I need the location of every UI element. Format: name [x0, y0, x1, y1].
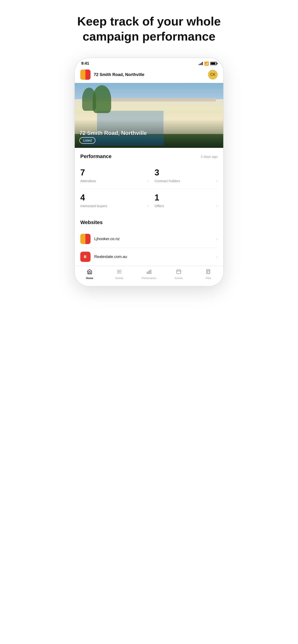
- svg-rect-9: [150, 270, 151, 274]
- website-lj[interactable]: Ljhooker.co.nz ›: [80, 230, 218, 248]
- phone-frame: 9:41 📶 72 Smith Road, Northville CK: [75, 58, 223, 286]
- svg-rect-10: [177, 270, 181, 274]
- stat-contracts-label: Contract holders: [155, 179, 180, 183]
- logo-left: [80, 70, 85, 80]
- website-lj-name: Ljhooker.co.nz: [94, 236, 216, 241]
- nav-events[interactable]: Events: [164, 269, 194, 280]
- hero-heading: Keep track of your whole campaign perfor…: [77, 14, 221, 44]
- lj-logo: [80, 234, 90, 244]
- battery-icon: [210, 62, 217, 65]
- nav-home-label: Home: [86, 277, 93, 280]
- home-icon: [87, 269, 92, 276]
- hero-title-line2: campaign performance: [83, 30, 215, 43]
- stat-buyers-row: Interested buyers ›: [80, 204, 149, 208]
- stat-contracts[interactable]: 3 Contract holders ›: [149, 164, 218, 189]
- events-svg: [176, 269, 182, 274]
- re-logo-icon: [82, 254, 89, 260]
- property-title: 72 Smith Road, Northville: [79, 130, 147, 136]
- status-time: 9:41: [81, 61, 89, 66]
- nav-performance-label: Performance: [142, 277, 157, 280]
- stat-attendees[interactable]: 7 Attendees ›: [80, 164, 149, 189]
- website-re-name: Realestate.com.au: [94, 254, 216, 259]
- property-photo: [75, 83, 223, 148]
- activity-svg: [116, 269, 122, 274]
- websites-header: Websites: [80, 220, 218, 226]
- avatar-initials: CK: [210, 72, 215, 77]
- stat-attendees-number: 7: [80, 168, 149, 178]
- nav-events-label: Events: [175, 277, 183, 280]
- performance-section: Performance 3 days ago 7 Attendees › 3 C…: [75, 148, 223, 214]
- status-icons: 📶: [199, 62, 217, 66]
- nav-files-label: Files: [206, 277, 211, 280]
- performance-updated: 3 days ago: [201, 154, 218, 158]
- stat-buyers-number: 4: [80, 193, 149, 202]
- header-address: 72 Smith Road, Northville: [94, 72, 208, 77]
- stat-offers-number: 1: [155, 193, 218, 202]
- nav-performance[interactable]: Performance: [134, 269, 164, 280]
- home-svg: [87, 269, 92, 274]
- websites-title: Websites: [80, 220, 103, 226]
- lj-logo-right: [85, 234, 90, 244]
- stat-buyers-label: Interested buyers: [80, 204, 107, 208]
- property-image: 72 Smith Road, Northville Listed: [75, 83, 223, 148]
- status-bar: 9:41 📶: [75, 58, 223, 67]
- stat-offers-row: Offers ›: [155, 204, 218, 208]
- tree-left2: [93, 85, 111, 113]
- logo-right: [85, 70, 90, 80]
- nav-home[interactable]: Home: [75, 269, 104, 280]
- nav-files[interactable]: Files: [194, 269, 223, 280]
- website-lj-chevron: ›: [216, 236, 218, 242]
- re-logo: [80, 252, 90, 262]
- wifi-icon: 📶: [204, 62, 209, 66]
- stat-offers-chevron: ›: [216, 204, 218, 208]
- nav-activity-label: Activity: [115, 277, 123, 280]
- stat-offers-label: Offers: [155, 204, 164, 208]
- lj-logo-left: [80, 234, 85, 244]
- app-logo: [80, 70, 90, 80]
- stat-attendees-label: Attendees: [80, 179, 96, 183]
- stat-contracts-number: 3: [155, 168, 218, 178]
- listed-badge: Listed: [79, 137, 95, 144]
- bottom-nav: Home Activity: [75, 266, 223, 286]
- performance-header: Performance 3 days ago: [80, 154, 218, 160]
- stat-attendees-row: Attendees ›: [80, 178, 149, 183]
- svg-rect-7: [147, 272, 148, 274]
- app-header: 72 Smith Road, Northville CK: [75, 67, 223, 83]
- stats-grid: 7 Attendees › 3 Contract holders ›: [80, 164, 218, 189]
- activity-icon: [116, 269, 122, 276]
- files-svg: [206, 269, 211, 274]
- hero-title-line1: Keep track of your whole: [77, 14, 221, 28]
- performance-title: Performance: [80, 154, 112, 160]
- stat-buyers[interactable]: 4 Interested buyers ›: [80, 189, 149, 214]
- files-icon: [206, 269, 211, 276]
- performance-svg: [146, 269, 152, 274]
- performance-icon: [146, 269, 152, 276]
- svg-rect-8: [148, 271, 150, 274]
- websites-section: Websites Ljhooker.co.nz › Realestate.com…: [75, 214, 223, 266]
- svg-rect-15: [207, 270, 210, 274]
- events-icon: [176, 269, 182, 276]
- signal-icon: [199, 62, 203, 65]
- website-re[interactable]: Realestate.com.au ›: [80, 248, 218, 266]
- stat-contracts-chevron: ›: [216, 178, 218, 183]
- website-re-chevron: ›: [216, 254, 218, 259]
- nav-activity[interactable]: Activity: [104, 269, 134, 280]
- stat-contracts-row: Contract holders ›: [155, 178, 218, 183]
- stat-offers[interactable]: 1 Offers ›: [149, 189, 218, 214]
- avatar[interactable]: CK: [208, 70, 218, 80]
- stats-grid-2: 4 Interested buyers › 1 Offers ›: [80, 189, 218, 214]
